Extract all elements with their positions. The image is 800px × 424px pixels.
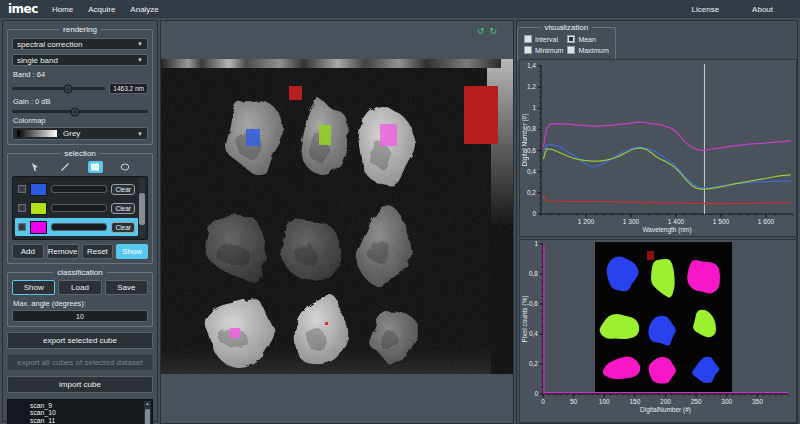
scan-list-item[interactable]: scan_11 [26, 417, 142, 424]
save-button[interactable]: Save [105, 280, 148, 295]
checkbox-icon[interactable] [567, 35, 575, 43]
svg-text:0,4: 0,4 [529, 330, 538, 337]
reset-button[interactable]: Reset [82, 244, 114, 259]
selection-range-bar[interactable] [51, 223, 107, 231]
scan-list-item[interactable]: scan_10 [26, 409, 142, 416]
menu-analyze[interactable]: Analyze [130, 5, 158, 14]
clear-button[interactable]: Clear [111, 203, 135, 214]
selection-range-bar[interactable] [51, 185, 107, 193]
gain-slider-handle[interactable] [70, 107, 79, 116]
imec-logo: imec [8, 2, 38, 16]
selection-row-checkbox[interactable] [18, 185, 26, 193]
import-cube-button[interactable]: import cube [7, 376, 153, 393]
visualization-group: visualization IntervalMeanMinimumMaximum [517, 23, 616, 61]
selection-group-title: selection [60, 149, 100, 158]
band-slider-handle[interactable] [63, 84, 72, 93]
menu-home[interactable]: Home [52, 5, 73, 14]
selection-list-scrollbar[interactable] [139, 179, 145, 237]
menu-acquire[interactable]: Acquire [88, 5, 115, 14]
viz-option-label: Minimum [535, 47, 563, 54]
menu-license[interactable]: License [692, 5, 720, 14]
viewer-toolbar: ↺ ↻ [161, 21, 513, 59]
rectangle-tool-icon[interactable] [88, 161, 103, 173]
svg-text:0,8: 0,8 [529, 270, 538, 277]
svg-text:0,2: 0,2 [527, 189, 536, 196]
gain-slider[interactable] [12, 110, 148, 113]
svg-text:Pixel counts (%): Pixel counts (%) [521, 296, 529, 343]
svg-text:0: 0 [541, 398, 545, 405]
remove-button[interactable]: Remove [47, 244, 79, 259]
rotate-left-icon[interactable]: ↺ [477, 27, 485, 36]
spectral-correction-value: spectral correction [17, 40, 82, 49]
colormap-dropdown[interactable]: Grey ▼ [12, 127, 148, 140]
selection-range-bar[interactable] [51, 204, 107, 212]
band-slider[interactable] [12, 87, 105, 90]
selection-group: selection ClearClearClear Add Remove [7, 149, 153, 264]
show-selection-button[interactable]: Show [116, 244, 148, 259]
hyperspectral-image-view[interactable] [161, 59, 513, 374]
selection-row-magenta[interactable]: Clear [15, 218, 138, 236]
selection-row-blue[interactable]: Clear [15, 180, 138, 198]
svg-text:0,4: 0,4 [527, 168, 536, 175]
chevron-down-icon: ▼ [137, 57, 143, 63]
svg-text:DigitalNumber (#): DigitalNumber (#) [640, 406, 691, 414]
selection-row-checkbox[interactable] [18, 204, 26, 212]
classification-preview [595, 242, 732, 393]
color-swatch-magenta[interactable] [30, 221, 47, 234]
histogram-chart[interactable]: 05010015020025030035000,20,40,60,81Digit… [519, 239, 797, 423]
spectral-correction-dropdown[interactable]: spectral correction ▼ [12, 38, 148, 50]
classification-group-title: classification [53, 268, 106, 277]
band-label: Band : 64 [13, 70, 148, 79]
svg-text:1,4: 1,4 [527, 62, 536, 69]
colormap-value: Grey [63, 129, 80, 138]
ellipse-tool-icon[interactable] [118, 161, 133, 173]
selection-tool-row [12, 160, 148, 176]
color-swatch-green[interactable] [30, 202, 47, 215]
series-red-mean [543, 196, 791, 204]
pointer-tool-icon[interactable] [28, 161, 43, 173]
control-sidebar: rendering spectral correction ▼ single b… [2, 20, 158, 422]
image-viewer-panel: ↺ ↻ [160, 20, 514, 424]
checkbox-icon[interactable] [567, 46, 575, 54]
menu-about[interactable]: About [752, 5, 773, 14]
svg-text:Wavelength (nm): Wavelength (nm) [642, 226, 691, 234]
clear-button[interactable]: Clear [111, 222, 135, 233]
selection-row-checkbox[interactable] [18, 223, 26, 231]
series-green-mean [543, 148, 791, 189]
export-selected-cube-button[interactable]: export selected cube [7, 332, 153, 349]
band-mode-dropdown[interactable]: single band ▼ [12, 54, 148, 66]
svg-text:1: 1 [534, 240, 538, 247]
load-button[interactable]: Load [58, 280, 101, 295]
analysis-panel: visualization IntervalMeanMinimumMaximum… [516, 20, 798, 424]
add-button[interactable]: Add [12, 244, 44, 259]
selection-row-green[interactable]: Clear [15, 199, 138, 217]
color-swatch-blue[interactable] [30, 183, 47, 196]
top-menu-bar: imec Home Acquire Analyze License About [0, 0, 800, 18]
viz-option-minimum[interactable]: Minimum [524, 46, 563, 54]
viz-option-label: Maximum [578, 47, 608, 54]
show-classification-button[interactable]: Show [12, 280, 55, 295]
scan-list-item[interactable]: scan_9 [26, 402, 142, 409]
checkbox-icon[interactable] [524, 35, 532, 43]
svg-text:200: 200 [660, 398, 671, 405]
scrollbar-thumb[interactable] [139, 193, 145, 225]
spectral-chart[interactable]: 1 2001 3001 4001 5001 60000,20,40,60,811… [519, 59, 797, 237]
sample-image[interactable] [161, 59, 513, 374]
scan-list-scrollbar[interactable]: ▲ ▼ [144, 401, 151, 424]
line-tool-icon[interactable] [58, 161, 73, 173]
svg-text:100: 100 [599, 398, 610, 405]
scan-list: scan_9scan_10scan_11scan_12scan_13scan_1… [7, 399, 153, 424]
selection-list: ClearClearClear [12, 176, 148, 240]
svg-text:0,2: 0,2 [529, 360, 538, 367]
scrollbar-thumb[interactable] [145, 409, 150, 424]
clear-button[interactable]: Clear [111, 184, 135, 195]
chevron-down-icon: ▼ [137, 131, 143, 137]
max-angle-input[interactable]: 10 [12, 310, 148, 322]
svg-text:0,8: 0,8 [527, 125, 536, 132]
scroll-up-icon[interactable]: ▲ [144, 401, 151, 407]
viz-option-mean[interactable]: Mean [567, 35, 608, 43]
rotate-right-icon[interactable]: ↻ [489, 27, 497, 36]
checkbox-icon[interactable] [524, 46, 532, 54]
viz-option-maximum[interactable]: Maximum [567, 46, 608, 54]
viz-option-interval[interactable]: Interval [524, 35, 563, 43]
